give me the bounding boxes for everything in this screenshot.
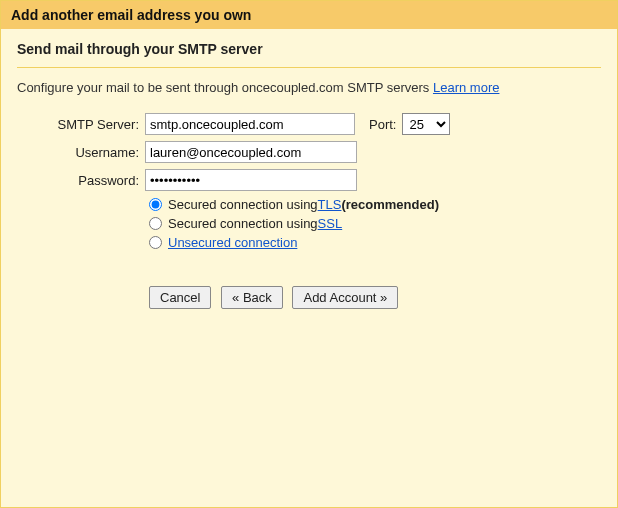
port-label: Port: xyxy=(369,117,396,132)
dialog-window: Add another email address you own Send m… xyxy=(0,0,618,508)
username-label: Username: xyxy=(17,145,145,160)
ssl-radio[interactable] xyxy=(149,217,162,230)
learn-more-link[interactable]: Learn more xyxy=(433,80,499,95)
password-input-col xyxy=(145,169,357,191)
smtp-input-col: Port: 25 xyxy=(145,113,450,135)
security-option-unsecured: Unsecured connection xyxy=(149,235,601,250)
description: Configure your mail to be sent through o… xyxy=(17,80,601,95)
username-input-col xyxy=(145,141,357,163)
security-radio-group: Secured connection using TLS (recommende… xyxy=(149,197,601,250)
unsecured-link[interactable]: Unsecured connection xyxy=(168,235,297,250)
tls-radio[interactable] xyxy=(149,198,162,211)
subtitle: Send mail through your SMTP server xyxy=(17,41,601,68)
button-row: Cancel « Back Add Account » xyxy=(149,286,601,309)
password-row: Password: xyxy=(17,169,601,191)
tls-prefix: Secured connection using xyxy=(168,197,318,212)
tls-link[interactable]: TLS xyxy=(318,197,342,212)
password-label: Password: xyxy=(17,173,145,188)
back-button[interactable]: « Back xyxy=(221,286,283,309)
smtp-label: SMTP Server: xyxy=(17,117,145,132)
window-title: Add another email address you own xyxy=(1,1,617,29)
add-account-button[interactable]: Add Account » xyxy=(292,286,398,309)
password-input[interactable] xyxy=(145,169,357,191)
dialog-content: Send mail through your SMTP server Confi… xyxy=(1,29,617,325)
username-row: Username: xyxy=(17,141,601,163)
unsecured-radio[interactable] xyxy=(149,236,162,249)
cancel-button[interactable]: Cancel xyxy=(149,286,211,309)
description-text: Configure your mail to be sent through o… xyxy=(17,80,433,95)
tls-suffix: (recommended) xyxy=(341,197,439,212)
smtp-row: SMTP Server: Port: 25 xyxy=(17,113,601,135)
ssl-link[interactable]: SSL xyxy=(318,216,343,231)
ssl-prefix: Secured connection using xyxy=(168,216,318,231)
security-option-ssl: Secured connection using SSL xyxy=(149,216,601,231)
security-option-tls: Secured connection using TLS (recommende… xyxy=(149,197,601,212)
username-input[interactable] xyxy=(145,141,357,163)
smtp-server-input[interactable] xyxy=(145,113,355,135)
port-select[interactable]: 25 xyxy=(402,113,450,135)
